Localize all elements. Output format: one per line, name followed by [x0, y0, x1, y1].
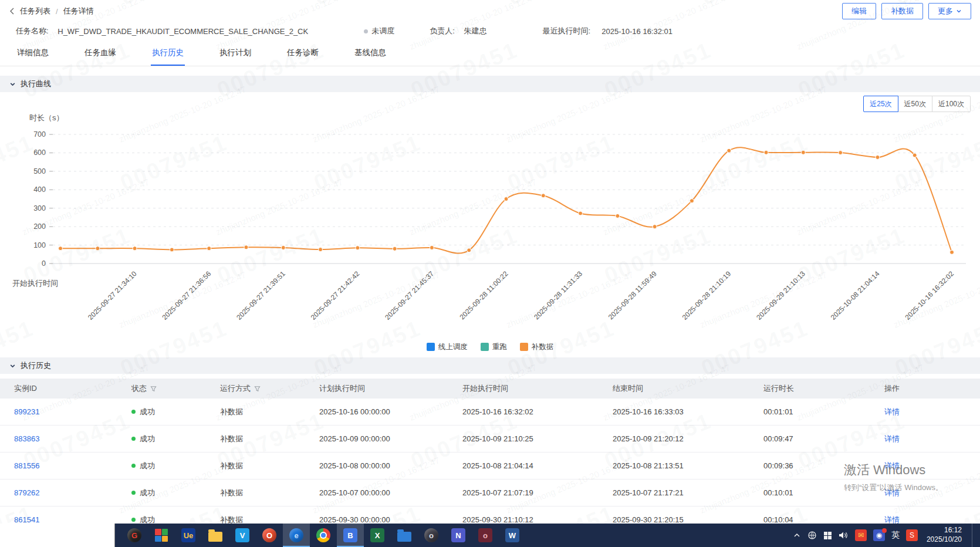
- tray-sogou-icon[interactable]: S: [906, 529, 918, 541]
- tab-history[interactable]: 执行历史: [151, 40, 185, 66]
- svg-text:2025-09-28 21:10:19: 2025-09-28 21:10:19: [681, 269, 733, 322]
- instance-id-link[interactable]: 881556: [14, 461, 39, 470]
- taskbar-clock[interactable]: 16:12 2025/10/20: [927, 526, 962, 544]
- app-blue-b[interactable]: B: [337, 524, 364, 547]
- history-table-header: 实例ID状态运行方式计划执行时间开始执行时间结束时间运行时长操作: [0, 379, 980, 399]
- instance-id-link[interactable]: 879262: [14, 488, 39, 497]
- success-dot: [131, 518, 136, 522]
- svg-text:700: 700: [33, 130, 46, 139]
- more-button[interactable]: 更多: [928, 3, 971, 19]
- section-title: 执行曲线: [21, 79, 51, 89]
- range-100-button[interactable]: 近100次: [932, 96, 971, 112]
- last-exec-time: 最近执行时间: 2025-10-16 16:32:01: [542, 26, 673, 36]
- end-time-cell: 2025-10-08 21:13:51: [613, 461, 763, 470]
- instance-id-link[interactable]: 883863: [14, 434, 39, 443]
- task-info-row: 任务名称: H_WF_DWD_TRADE_HKAUDIT_ECOMMERCE_S…: [0, 22, 980, 40]
- app-chrome[interactable]: [310, 524, 337, 547]
- breadcrumb-task-list[interactable]: 任务列表: [20, 6, 50, 16]
- app-red-ring[interactable]: O: [256, 524, 283, 547]
- app-blue-folder[interactable]: [391, 524, 418, 547]
- execution-curve-chart[interactable]: 近25次近50次近100次 0100200300400500600700时长（s…: [0, 97, 980, 354]
- success-dot: [131, 410, 136, 414]
- tray-windows-icon[interactable]: [823, 531, 832, 540]
- svg-text:时长（s）: 时长（s）: [29, 113, 64, 122]
- collapse-icon-history[interactable]: [9, 363, 16, 369]
- tray-ime-label[interactable]: 英: [891, 530, 900, 541]
- header-actions: 编辑 补数据 更多: [842, 3, 971, 19]
- app-maroon[interactable]: o: [472, 524, 499, 547]
- back-icon[interactable]: [9, 8, 15, 15]
- table-row: 899231成功补数据2025-10-16 00:00:002025-10-16…: [0, 399, 980, 426]
- taskbar-search-box[interactable]: [0, 524, 115, 547]
- detail-link[interactable]: 详情: [884, 515, 900, 524]
- run-mode-cell: 补数据: [220, 407, 319, 417]
- svg-text:2025-09-27 21:36:56: 2025-09-27 21:36:56: [161, 269, 213, 322]
- task-owner: 负责人: 朱建忠: [430, 26, 486, 36]
- system-tray: ✉◉英S 16:12 2025/10/20: [793, 524, 980, 547]
- backfill-button[interactable]: 补数据: [881, 3, 923, 19]
- tab-diagnosis[interactable]: 任务诊断: [286, 40, 320, 66]
- instance-id-link[interactable]: 899231: [14, 407, 39, 416]
- app-dark-red-g[interactable]: G: [121, 524, 148, 547]
- run-mode-cell: 补数据: [220, 515, 319, 524]
- tab-bar: 详细信息任务血缘执行历史执行计划任务诊断基线信息: [0, 40, 980, 66]
- app-word[interactable]: W: [499, 524, 526, 547]
- svg-text:2025-09-28 11:59:49: 2025-09-28 11:59:49: [607, 269, 658, 321]
- app-pinwheel[interactable]: [148, 524, 175, 547]
- svg-text:100: 100: [33, 241, 46, 249]
- windows-taskbar: GUeVOeBXoNoW ✉◉英S 16:12 2025/10/20: [0, 524, 980, 547]
- edit-button[interactable]: 编辑: [842, 3, 876, 19]
- status-dot: [364, 29, 368, 33]
- breadcrumb-separator: /: [56, 7, 58, 16]
- app-excel[interactable]: X: [364, 524, 391, 547]
- svg-text:2025-09-27 21:42:42: 2025-09-27 21:42:42: [309, 269, 361, 322]
- app-file-explorer[interactable]: [202, 524, 229, 547]
- range-25-button[interactable]: 近25次: [863, 96, 898, 112]
- task-name: 任务名称: H_WF_DWD_TRADE_HKAUDIT_ECOMMERCE_S…: [16, 26, 308, 36]
- legend-online[interactable]: 线上调度: [427, 342, 468, 352]
- start-time-cell: 2025-10-16 16:32:02: [462, 407, 613, 416]
- instance-id-link[interactable]: 861541: [14, 515, 39, 524]
- app-dark-browser[interactable]: o: [418, 524, 445, 547]
- run-mode-filter-icon[interactable]: [254, 386, 261, 392]
- tab-details[interactable]: 详细信息: [16, 40, 50, 66]
- range-50-button[interactable]: 近50次: [898, 96, 932, 112]
- svg-text:2025-09-27 21:45:37: 2025-09-27 21:45:37: [383, 269, 435, 322]
- tray-network-icon[interactable]: [807, 531, 817, 540]
- tab-plan[interactable]: 执行计划: [218, 40, 252, 66]
- taskbar-apps: GUeVOeBXoNoW: [121, 524, 526, 547]
- planned-time-cell: 2025-10-08 00:00:00: [319, 461, 462, 470]
- tray-foxmail-icon[interactable]: ✉: [855, 529, 867, 541]
- range-button-group: 近25次近50次近100次: [863, 96, 971, 112]
- table-row: 881556成功补数据2025-10-08 00:00:002025-10-08…: [0, 453, 980, 480]
- show-desktop-button[interactable]: [972, 524, 975, 547]
- detail-link[interactable]: 详情: [884, 461, 900, 470]
- tab-lineage[interactable]: 任务血缘: [83, 40, 117, 66]
- top-bar: 任务列表 / 任务详情 编辑 补数据 更多: [0, 0, 980, 22]
- svg-text:500: 500: [33, 167, 46, 175]
- detail-link[interactable]: 详情: [884, 488, 900, 497]
- app-blue-browser[interactable]: e: [283, 524, 310, 547]
- tray-volume-icon[interactable]: [839, 531, 849, 539]
- collapse-icon-curve[interactable]: [9, 81, 16, 87]
- legend-backfill[interactable]: 补数据: [520, 342, 554, 352]
- app-ultraedit[interactable]: Ue: [175, 524, 202, 547]
- detail-link[interactable]: 详情: [884, 407, 900, 416]
- tab-baseline[interactable]: 基线信息: [353, 40, 387, 66]
- duration-cell: 00:09:47: [763, 434, 884, 443]
- detail-link[interactable]: 详情: [884, 434, 900, 443]
- status-filter-icon[interactable]: [150, 386, 157, 392]
- svg-text:400: 400: [33, 185, 46, 194]
- tray-notification-icon[interactable]: ◉: [873, 529, 885, 541]
- app-vscode[interactable]: V: [229, 524, 256, 547]
- col-action: 操作: [884, 383, 980, 394]
- app-onenote[interactable]: N: [445, 524, 472, 547]
- tray-chevron-up-icon[interactable]: [793, 532, 801, 539]
- planned-time-cell: 2025-09-30 00:00:00: [319, 515, 462, 524]
- chart-legend: 线上调度重跑补数据: [0, 340, 980, 354]
- legend-rerun[interactable]: 重跑: [481, 342, 507, 352]
- legend-online-swatch: [427, 343, 435, 351]
- col-start-time: 开始执行时间: [462, 383, 613, 394]
- svg-text:2025-09-28 11:31:33: 2025-09-28 11:31:33: [532, 269, 584, 321]
- status-cell: 成功: [131, 515, 220, 524]
